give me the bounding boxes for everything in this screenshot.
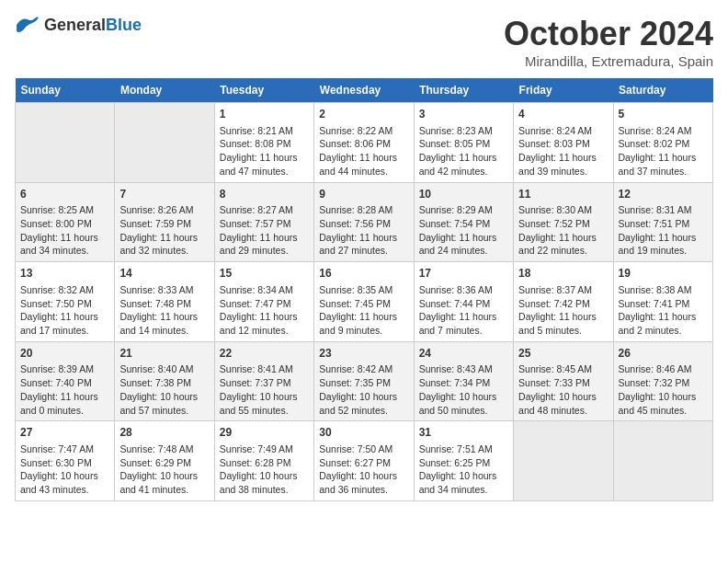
calendar-cell: 17Sunrise: 8:36 AMSunset: 7:44 PMDayligh… [414, 262, 513, 342]
sunrise-text: Sunrise: 8:24 AM [619, 125, 692, 136]
daylight-text: Daylight: 10 hours and 50 minutes. [419, 391, 497, 416]
daylight-text: Daylight: 11 hours and 17 minutes. [20, 311, 98, 336]
daylight-text: Daylight: 11 hours and 29 minutes. [220, 232, 298, 257]
column-header-friday: Friday [514, 78, 613, 103]
calendar-cell: 10Sunrise: 8:29 AMSunset: 7:54 PMDayligh… [414, 182, 513, 262]
sunrise-text: Sunrise: 8:34 AM [220, 284, 293, 295]
daylight-text: Daylight: 11 hours and 2 minutes. [619, 311, 697, 336]
calendar-cell: 5Sunrise: 8:24 AMSunset: 8:02 PMDaylight… [613, 103, 712, 183]
sunrise-text: Sunrise: 8:23 AM [419, 125, 493, 136]
header-row: SundayMondayTuesdayWednesdayThursdayFrid… [16, 78, 713, 103]
daylight-text: Daylight: 10 hours and 45 minutes. [619, 391, 697, 416]
column-header-monday: Monday [115, 78, 214, 103]
day-number: 24 [419, 346, 508, 362]
daylight-text: Daylight: 11 hours and 9 minutes. [319, 311, 397, 336]
day-number: 26 [619, 346, 708, 362]
day-number: 20 [20, 346, 109, 362]
column-header-wednesday: Wednesday [314, 78, 414, 103]
sunrise-text: Sunrise: 8:41 AM [220, 363, 293, 374]
calendar-cell: 23Sunrise: 8:42 AMSunset: 7:35 PMDayligh… [314, 341, 414, 421]
daylight-text: Daylight: 11 hours and 27 minutes. [319, 232, 397, 257]
daylight-text: Daylight: 10 hours and 34 minutes. [419, 470, 497, 495]
sunrise-text: Sunrise: 8:36 AM [419, 284, 493, 295]
sunset-text: Sunset: 7:51 PM [619, 218, 690, 229]
sunset-text: Sunset: 7:59 PM [119, 218, 191, 229]
calendar-table: SundayMondayTuesdayWednesdayThursdayFrid… [15, 78, 713, 501]
day-number: 23 [319, 346, 408, 362]
calendar-cell: 30Sunrise: 7:50 AMSunset: 6:27 PMDayligh… [314, 421, 414, 501]
calendar-week-5: 27Sunrise: 7:47 AMSunset: 6:30 PMDayligh… [16, 421, 713, 501]
calendar-week-1: 1Sunrise: 8:21 AMSunset: 8:08 PMDaylight… [16, 103, 713, 183]
calendar-cell [16, 103, 115, 183]
calendar-cell: 21Sunrise: 8:40 AMSunset: 7:38 PMDayligh… [115, 341, 214, 421]
sunset-text: Sunset: 6:27 PM [319, 457, 391, 468]
calendar-cell: 4Sunrise: 8:24 AMSunset: 8:03 PMDaylight… [514, 103, 613, 183]
daylight-text: Daylight: 10 hours and 48 minutes. [518, 391, 597, 416]
calendar-cell: 14Sunrise: 8:33 AMSunset: 7:48 PMDayligh… [115, 262, 214, 342]
daylight-text: Daylight: 11 hours and 44 minutes. [319, 152, 397, 177]
daylight-text: Daylight: 10 hours and 43 minutes. [20, 470, 98, 495]
logo: GeneralBlue [15, 15, 142, 35]
sunset-text: Sunset: 6:29 PM [119, 457, 191, 468]
page-header: GeneralBlue October 2024 Mirandilla, Ext… [15, 15, 713, 69]
daylight-text: Daylight: 11 hours and 12 minutes. [220, 311, 298, 336]
day-number: 2 [319, 107, 408, 122]
location: Mirandilla, Extremadura, Spain [504, 53, 713, 69]
daylight-text: Daylight: 11 hours and 24 minutes. [419, 232, 497, 257]
day-number: 27 [20, 425, 109, 441]
sunrise-text: Sunrise: 8:30 AM [518, 204, 592, 215]
calendar-cell: 20Sunrise: 8:39 AMSunset: 7:40 PMDayligh… [16, 341, 115, 421]
day-number: 12 [619, 187, 708, 202]
calendar-cell: 3Sunrise: 8:23 AMSunset: 8:05 PMDaylight… [414, 103, 513, 183]
day-number: 9 [319, 187, 408, 202]
calendar-cell: 2Sunrise: 8:22 AMSunset: 8:06 PMDaylight… [314, 103, 414, 183]
calendar-cell: 19Sunrise: 8:38 AMSunset: 7:41 PMDayligh… [613, 262, 712, 342]
calendar-cell: 31Sunrise: 7:51 AMSunset: 6:25 PMDayligh… [414, 421, 513, 501]
sunrise-text: Sunrise: 8:24 AM [518, 125, 592, 136]
calendar-cell: 9Sunrise: 8:28 AMSunset: 7:56 PMDaylight… [314, 182, 414, 262]
logo-icon [15, 15, 40, 35]
calendar-cell: 29Sunrise: 7:49 AMSunset: 6:28 PMDayligh… [214, 421, 313, 501]
day-number: 7 [119, 187, 209, 202]
sunset-text: Sunset: 7:57 PM [220, 218, 291, 229]
day-number: 11 [518, 187, 608, 202]
day-number: 25 [518, 346, 608, 362]
day-number: 5 [619, 107, 708, 122]
sunset-text: Sunset: 7:44 PM [419, 298, 491, 309]
sunset-text: Sunset: 7:38 PM [119, 377, 191, 388]
calendar-cell [514, 421, 613, 501]
daylight-text: Daylight: 10 hours and 52 minutes. [319, 391, 397, 416]
sunset-text: Sunset: 7:32 PM [619, 377, 690, 388]
daylight-text: Daylight: 11 hours and 19 minutes. [619, 232, 697, 257]
day-number: 30 [319, 425, 408, 441]
sunrise-text: Sunrise: 8:29 AM [419, 204, 493, 215]
title-area: October 2024 Mirandilla, Extremadura, Sp… [504, 15, 713, 69]
calendar-cell: 18Sunrise: 8:37 AMSunset: 7:42 PMDayligh… [514, 262, 613, 342]
column-header-sunday: Sunday [16, 78, 115, 103]
sunset-text: Sunset: 6:30 PM [20, 457, 92, 468]
sunrise-text: Sunrise: 8:43 AM [419, 363, 493, 374]
day-number: 15 [220, 266, 309, 282]
sunrise-text: Sunrise: 8:21 AM [220, 125, 293, 136]
day-number: 31 [419, 425, 508, 441]
sunset-text: Sunset: 7:54 PM [419, 218, 491, 229]
daylight-text: Daylight: 11 hours and 7 minutes. [419, 311, 497, 336]
calendar-cell: 8Sunrise: 8:27 AMSunset: 7:57 PMDaylight… [214, 182, 313, 262]
day-number: 10 [419, 187, 508, 202]
daylight-text: Daylight: 11 hours and 42 minutes. [419, 152, 497, 177]
sunset-text: Sunset: 6:28 PM [220, 457, 291, 468]
day-number: 4 [518, 107, 608, 122]
sunset-text: Sunset: 7:45 PM [319, 298, 391, 309]
calendar-cell: 11Sunrise: 8:30 AMSunset: 7:52 PMDayligh… [514, 182, 613, 262]
daylight-text: Daylight: 11 hours and 37 minutes. [619, 152, 697, 177]
day-number: 19 [619, 266, 708, 282]
sunrise-text: Sunrise: 8:31 AM [619, 204, 692, 215]
sunset-text: Sunset: 7:48 PM [119, 298, 191, 309]
sunset-text: Sunset: 7:42 PM [518, 298, 590, 309]
sunset-text: Sunset: 8:05 PM [419, 138, 491, 149]
calendar-cell: 27Sunrise: 7:47 AMSunset: 6:30 PMDayligh… [16, 421, 115, 501]
day-number: 21 [119, 346, 209, 362]
calendar-cell: 25Sunrise: 8:45 AMSunset: 7:33 PMDayligh… [514, 341, 613, 421]
calendar-cell: 1Sunrise: 8:21 AMSunset: 8:08 PMDaylight… [214, 103, 313, 183]
daylight-text: Daylight: 10 hours and 55 minutes. [220, 391, 298, 416]
